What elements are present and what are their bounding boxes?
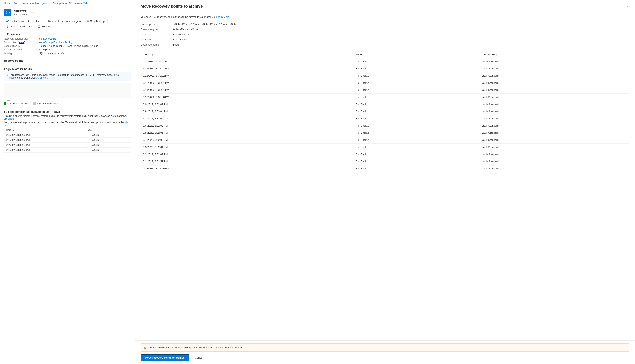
table-row[interactable]: 3/14/2022, 8:32:57 PMFull Backup (4, 142, 131, 148)
recovery-type: Full Backup (353, 72, 479, 79)
recovery-table-row[interactable]: 3/10/2022, 8:32:58 PMFull BackupVault-St… (141, 94, 629, 101)
essentials-server-value: : archsqlccyvm2 (37, 48, 54, 51)
recovery-table-row[interactable]: 3/8/2022, 8:33:04 PMFull BackupVault-Sta… (141, 108, 629, 115)
backup-now-button[interactable]: Backup now (4, 18, 26, 24)
svg-rect-2 (87, 21, 88, 22)
recovery-type: Full Backup (353, 108, 479, 115)
recovery-table-row[interactable]: 3/4/2022, 8:32:00 PMFull BackupVault-Sta… (141, 136, 629, 144)
backup-type: Full Backup (85, 138, 131, 142)
recovery-table-row[interactable]: 3/12/2022, 8:32:01 PMFull BackupVault-St… (141, 79, 629, 86)
table-row[interactable]: 3/13/2022, 8:32:02 PMFull Backup (4, 148, 131, 152)
toolbar-sep2 (107, 19, 108, 23)
recovery-time: 3/12/2022, 8:32:01 PM (141, 79, 353, 86)
recovery-time: 3/5/2022, 8:32:01 PM (141, 129, 353, 136)
essentials-vault-value: : archiveccyvault1 (37, 38, 56, 40)
legend-log-dot (4, 102, 6, 105)
essentials-toggle[interactable]: Essentials (4, 32, 131, 36)
essentials-server-label: Server or Cluster (4, 48, 36, 51)
essentials-type-row: Item type : SQL Server in Azure VM (4, 52, 131, 54)
logs-section: Logs in last 24 hours ℹ This database is… (0, 66, 135, 108)
panel-intro: You have 150 recovery points that can be… (141, 16, 629, 18)
more-options-button[interactable]: ··· (31, 10, 34, 14)
recovery-table-row[interactable]: 3/13/2022, 8:32:02 PMFull BackupVault-St… (141, 72, 629, 79)
learn-more-link[interactable]: Learn More (216, 16, 229, 18)
recovery-col-time[interactable]: Time ↑↓ (141, 52, 353, 58)
col-time[interactable]: Time (4, 127, 85, 133)
footer-buttons: Move recovery points to archive Cancel (141, 354, 629, 361)
recovery-table-row[interactable]: 3/5/2022, 8:32:01 PMFull BackupVault-Sta… (141, 129, 629, 136)
recovery-table-row[interactable]: 3/9/2022, 8:32:01 PMFull BackupVault-Sta… (141, 101, 629, 108)
recovery-store: Vault-Standard (479, 108, 629, 115)
recovery-table-row[interactable]: 3/15/2022, 8:33:02 PMFull BackupVault-St… (141, 58, 629, 65)
backup-time: 3/14/2022, 8:32:57 PM (4, 142, 85, 148)
recovery-table-row[interactable]: 3/11/2022, 8:32:01 PMFull BackupVault-St… (141, 86, 629, 94)
recovery-col-store[interactable]: Data Store ↑↓ (479, 52, 629, 58)
recovery-type: Full Backup (353, 158, 479, 165)
resume-backup-button[interactable]: Resume b... (36, 24, 57, 29)
legend-row: LOG (POINT IN TIME) NO LOGS AVAILABLE (4, 102, 131, 105)
recovery-table-row[interactable]: 3/14/2022, 8:32:57 PMFull BackupVault-St… (141, 65, 629, 72)
move-link[interactable]: (move) (18, 41, 25, 44)
panel-meta-row: Vaultarchiveccyvault1 (141, 32, 629, 37)
breadcrumb-backup-center[interactable]: Backup center (14, 2, 29, 5)
panel-overlay: Move Recovery points to archive × You ha… (135, 0, 635, 364)
recovery-store: Vault-Standard (479, 79, 629, 86)
stop-backup-button[interactable]: Stop backup (85, 18, 107, 24)
vault-link[interactable]: archiveccyvault1 (39, 38, 56, 40)
table-row[interactable]: 3/16/2022, 8:32:02 PMFull Backup (4, 133, 131, 138)
full-diff-section: Full and differential backups in last 7 … (0, 108, 135, 154)
panel-title: Move Recovery points to archive (141, 4, 203, 8)
recovery-store: Vault-Standard (479, 101, 629, 108)
recovery-table-row[interactable]: 3/1/2022, 8:31:59 PMFull BackupVault-Sta… (141, 158, 629, 165)
subscription-link[interactable]: AzureBackup Functional Testing (39, 41, 73, 44)
essentials-vault-label: Recovery services vault (4, 38, 36, 40)
breadcrumb-backup-items[interactable]: Backup Items (SQL in Azure VM) (53, 2, 88, 5)
restore-secondary-button[interactable]: Restore to secondary region (43, 18, 83, 24)
backup-time: 3/13/2022, 8:32:02 PM (4, 148, 85, 152)
breadcrumb-vault[interactable]: archiveccyvault1 (32, 2, 50, 5)
recovery-type: Full Backup (353, 115, 479, 122)
cancel-button[interactable]: Cancel (191, 354, 207, 361)
delete-backup-button[interactable]: Delete backup data (4, 24, 34, 29)
panel-meta-label: VM Name (141, 38, 172, 41)
table-row[interactable]: 3/15/2022, 8:33:02 PMFull Backup (4, 138, 131, 142)
essentials-type-value: : SQL Server in Azure VM (37, 52, 65, 54)
chart-time-label: 30 AM (6, 100, 12, 102)
recovery-time: 3/2/2022, 8:32:01 PM (141, 151, 353, 158)
recovery-time: 3/8/2022, 8:33:04 PM (141, 108, 353, 115)
recovery-table-row[interactable]: 3/7/2022, 8:32:00 PMFull BackupVault-Sta… (141, 115, 629, 122)
move-recovery-points-button[interactable]: Move recovery points to archive (141, 354, 189, 361)
legend-log-label: LOG (POINT IN TIME) (7, 102, 29, 105)
recovery-table-row[interactable]: 2/28/2022, 8:32:26 PMFull BackupVault-St… (141, 165, 629, 172)
logs-info-link[interactable]: Click he... (37, 76, 48, 79)
restore-button[interactable]: Restore (26, 18, 43, 24)
breadcrumb-home[interactable]: Home (4, 2, 10, 5)
essentials-type-label: Item type (4, 52, 36, 54)
page-header: master Backup Item ··· (0, 7, 135, 18)
recovery-time: 3/9/2022, 8:32:01 PM (141, 101, 353, 108)
panel-footer: ⚠ This option will move all eligible rec… (135, 340, 635, 364)
warning-box: ⚠ This option will move all eligible rec… (141, 343, 629, 352)
essentials-section: Essentials Recovery services vault : arc… (0, 30, 135, 57)
essentials-server-row: Server or Cluster : archsqlccyvm2 (4, 48, 131, 51)
recovery-table-row[interactable]: 3/3/2022, 8:32:01 PMFull BackupVault-Sta… (141, 144, 629, 151)
backup-type: Full Backup (85, 133, 131, 138)
recovery-time: 3/14/2022, 8:32:57 PM (141, 65, 353, 72)
logs-info-text: This database is in SIMPLE recovery mode… (9, 74, 128, 79)
recovery-table-row[interactable]: 3/2/2022, 8:32:01 PMFull BackupVault-Sta… (141, 151, 629, 158)
recovery-col-type[interactable]: Type ↑↓ (353, 52, 479, 58)
essentials-title: Essentials (7, 32, 20, 36)
click-here-link2[interactable]: click here. (4, 121, 130, 126)
panel-meta-value: archiveccyvault1 (172, 33, 192, 36)
breadcrumb-sep2: › (30, 2, 31, 5)
panel-meta-row: Subscription123abc-123abc-123abc-123abc-… (141, 22, 629, 27)
col-type[interactable]: Type (85, 127, 131, 133)
delete-backup-label: Delete backup data (10, 25, 32, 28)
click-here-link1[interactable]: click here. (4, 118, 15, 120)
page-title: master (14, 9, 27, 13)
panel-close-button[interactable]: × (626, 4, 629, 10)
full-diff-title: Full and differential backups in last 7 … (4, 110, 131, 114)
page-icon (4, 9, 11, 16)
recovery-table-row[interactable]: 3/6/2022, 8:32:02 PMFull BackupVault-Sta… (141, 122, 629, 129)
recovery-type: Full Backup (353, 86, 479, 94)
